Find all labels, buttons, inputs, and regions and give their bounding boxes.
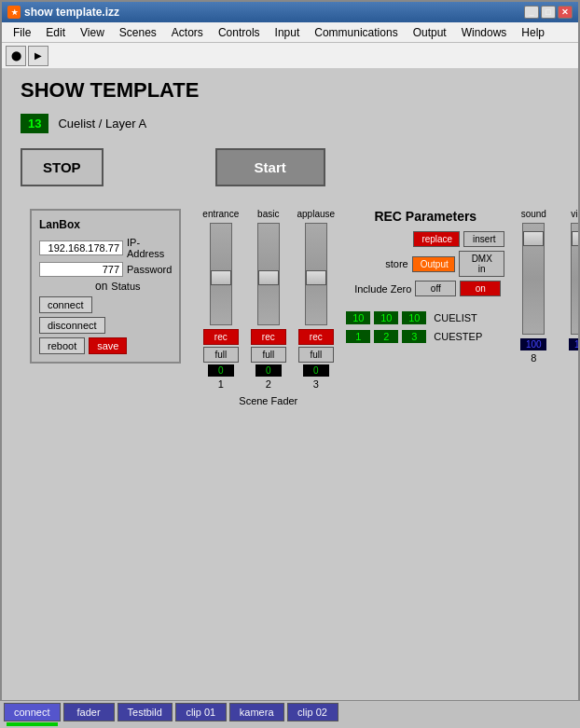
bottom-tab-kamera[interactable]: kamera <box>229 703 284 721</box>
sv-faders: sound 100 8 video 100 9 <box>514 209 578 364</box>
rec-output-button[interactable]: Output <box>412 256 455 272</box>
sv-number-0: 8 <box>531 352 536 364</box>
lanbox-disconnect-button[interactable]: disconnect <box>39 317 105 334</box>
sv-fader-row: sound 100 8 video 100 9 <box>514 209 578 364</box>
scene-fader-title: Scene Fader <box>200 395 337 406</box>
bottom-tab-clip-02[interactable]: clip 02 <box>287 703 338 721</box>
bottom-tab-connect[interactable]: connect <box>4 703 61 721</box>
menu-item-help[interactable]: Help <box>514 24 552 41</box>
bottom-tab-indicator-5 <box>287 722 338 726</box>
rec-on-button[interactable]: on <box>460 281 501 296</box>
cuelist-badge-2: 10 <box>402 311 426 324</box>
bottom-bar: connectfaderTestbildclip 01kameraclip 02 <box>0 700 580 728</box>
menu-item-input[interactable]: Input <box>268 24 308 41</box>
menu-item-communications[interactable]: Communications <box>307 24 405 41</box>
menu-item-file[interactable]: File <box>6 24 38 41</box>
lanbox-reboot-button[interactable]: reboot <box>39 337 85 354</box>
cuelist-badge-0: 10 <box>346 311 370 324</box>
rec-store-label: store <box>346 258 407 269</box>
fader-row: entrance rec full 0 1 basic rec full 0 2… <box>200 209 337 390</box>
rec-include-zero-row: Include Zero off on <box>346 281 504 296</box>
title-bar-buttons[interactable]: _ □ ✕ <box>524 6 573 19</box>
minimize-button[interactable]: _ <box>524 6 539 19</box>
fader-rec-0[interactable]: rec <box>203 329 239 345</box>
fader-value-2: 0 <box>303 364 329 377</box>
fader-handle-2[interactable] <box>306 270 326 285</box>
fader-label-0: entrance <box>202 209 239 219</box>
fader-number-0: 1 <box>218 378 224 390</box>
bottom-tab-clip-01[interactable]: clip 01 <box>175 703 227 721</box>
sv-fader-handle-0[interactable] <box>523 231 544 246</box>
fader-col-2: applause rec full 0 3 <box>295 209 337 390</box>
lanbox-ip-input[interactable] <box>39 240 123 255</box>
bottom-tab-indicator-1 <box>63 722 115 726</box>
menu-item-output[interactable]: Output <box>406 24 454 41</box>
menu-item-scenes[interactable]: Scenes <box>112 24 164 41</box>
fader-rec-1[interactable]: rec <box>251 329 286 345</box>
cuelist-item-label: CUELIST <box>434 312 476 323</box>
cuestep-item-label: CUESTEP <box>434 331 482 342</box>
bottom-tab-fader[interactable]: fader <box>63 703 115 721</box>
main-content: SHOW TEMPLATE 13 Cuelist / Layer A STOP … <box>2 69 578 702</box>
fader-number-2: 3 <box>313 378 319 390</box>
fader-label-2: applause <box>297 209 336 219</box>
lanbox-password-input[interactable] <box>39 262 123 277</box>
stop-button[interactable]: STOP <box>21 148 104 186</box>
menu-item-windows[interactable]: Windows <box>454 24 515 41</box>
lanbox-save-button[interactable]: save <box>89 337 127 354</box>
maximize-button[interactable]: □ <box>541 6 556 19</box>
fader-track-0[interactable] <box>210 223 232 325</box>
sv-fader-track-0[interactable] <box>522 223 545 335</box>
menu-item-controls[interactable]: Controls <box>211 24 268 41</box>
lanbox-reboot-save-row: reboot save <box>39 337 172 354</box>
toolbar-record-icon[interactable]: ⬤ <box>6 46 26 66</box>
lanbox-password-label: Password <box>127 264 172 275</box>
buttons-row: STOP Start <box>21 148 569 186</box>
tab-wrapper-1: fader <box>63 703 115 726</box>
start-button[interactable]: Start <box>215 148 325 186</box>
sv-fader-track-1[interactable] <box>571 223 578 335</box>
close-button[interactable]: ✕ <box>558 6 573 19</box>
fader-full-2[interactable]: full <box>298 347 334 363</box>
bottom-tab-indicator-2 <box>119 722 171 726</box>
cuelist-number: 13 <box>21 114 48 133</box>
lanbox-ip-label: IP-Address <box>127 237 172 259</box>
toolbar-play-icon[interactable]: ▶ <box>28 46 48 66</box>
fader-full-1[interactable]: full <box>251 347 286 363</box>
sv-fader-col-0: sound 100 8 <box>514 209 553 364</box>
sv-fader-col-1: video 100 9 <box>562 209 578 364</box>
fader-full-0[interactable]: full <box>203 347 239 363</box>
menu-item-view[interactable]: View <box>73 24 112 41</box>
cuestep-badge-0: 1 <box>346 330 370 343</box>
fader-track-1[interactable] <box>257 223 280 325</box>
fader-handle-0[interactable] <box>211 270 231 285</box>
fader-handle-1[interactable] <box>258 270 279 285</box>
bottom-tab-Testbild[interactable]: Testbild <box>117 703 173 721</box>
bottom-tab-indicator-4 <box>231 722 283 726</box>
rec-replace-row: replace insert <box>346 231 504 247</box>
fader-col-0: entrance rec full 0 1 <box>200 209 242 390</box>
sv-fader-handle-1[interactable] <box>572 231 578 246</box>
lower-section: entrance rec full 0 1 basic rec full 0 2… <box>200 209 578 406</box>
menu-item-edit[interactable]: Edit <box>38 24 73 41</box>
fader-value-0: 0 <box>208 364 234 377</box>
fader-number-1: 2 <box>266 378 271 390</box>
rec-off-button[interactable]: off <box>415 281 456 296</box>
tab-wrapper-5: clip 02 <box>287 703 338 726</box>
menu-item-actors[interactable]: Actors <box>164 24 211 41</box>
lanbox-title: LanBox <box>39 218 172 231</box>
lanbox-ip-row: IP-Address <box>39 237 172 259</box>
tab-wrapper-0: connect <box>4 703 61 726</box>
rec-params: REC Parameters replace insert store Outp… <box>346 209 504 343</box>
lanbox-connect-button[interactable]: connect <box>39 296 92 313</box>
rec-dmxin-button[interactable]: DMX in <box>459 251 504 277</box>
rec-replace-button[interactable]: replace <box>413 231 460 247</box>
scene-fader-area: entrance rec full 0 1 basic rec full 0 2… <box>200 209 337 406</box>
lanbox-status-row: on Status <box>39 280 172 293</box>
rec-store-row: store Output DMX in <box>346 251 504 277</box>
cuelist-row: 13 Cuelist / Layer A <box>21 114 569 133</box>
fader-rec-2[interactable]: rec <box>298 329 334 345</box>
fader-track-2[interactable] <box>305 223 327 325</box>
window-title: show template.izz <box>24 6 119 19</box>
rec-insert-button[interactable]: insert <box>463 231 504 247</box>
